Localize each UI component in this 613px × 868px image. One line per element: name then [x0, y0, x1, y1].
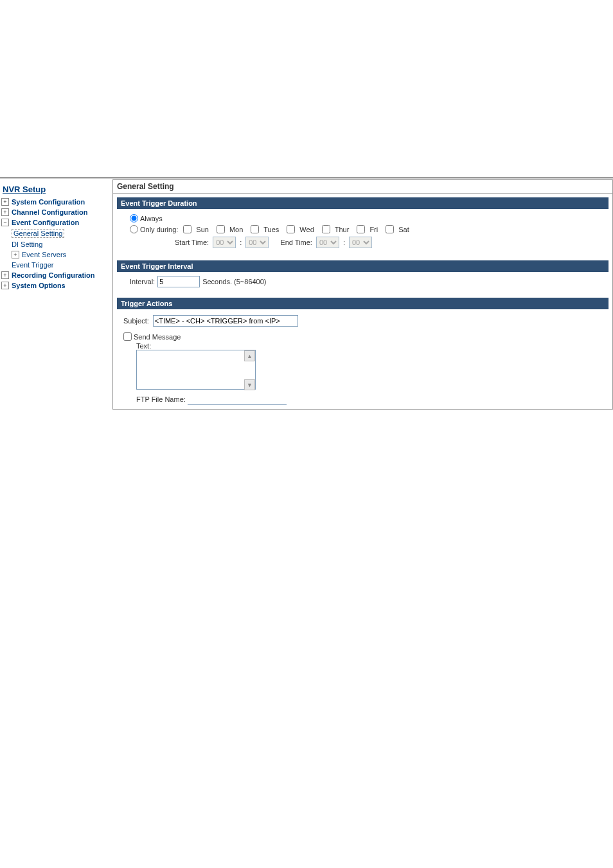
- day-thur-checkbox[interactable]: [322, 225, 330, 233]
- time-row: Start Time: 00 : 00 End Time: 00 : 00: [130, 235, 605, 250]
- day-wed-label: Wed: [299, 226, 314, 233]
- sidebar: NVR Setup + System Configuration + Chann…: [0, 179, 107, 291]
- sidebar-item-event-configuration[interactable]: − Event Configuration: [1, 217, 107, 228]
- send-message-checkbox[interactable]: [123, 332, 132, 341]
- end-min-select[interactable]: 00: [349, 237, 372, 248]
- only-during-radio[interactable]: [130, 225, 138, 233]
- sidebar-item-label: System Configuration: [12, 198, 85, 206]
- subject-label: Subject:: [123, 317, 149, 325]
- day-wed-checkbox[interactable]: [287, 225, 295, 233]
- only-during-label: Only during:: [140, 226, 178, 233]
- panel-title: General Setting: [113, 180, 612, 194]
- sidebar-item-channel-configuration[interactable]: + Channel Configuration: [1, 207, 107, 217]
- start-min-select[interactable]: 00: [245, 237, 269, 248]
- day-sun-checkbox[interactable]: [183, 225, 191, 233]
- sidebar-item-label: Channel Configuration: [12, 208, 88, 216]
- colon-label: :: [240, 239, 242, 246]
- text-label: Text:: [136, 342, 605, 350]
- interval-unit-label: Seconds. (5~86400): [202, 278, 266, 285]
- day-mon-label: Mon: [229, 226, 243, 233]
- day-mon-checkbox[interactable]: [217, 225, 225, 233]
- end-time-label: End Time:: [280, 239, 312, 246]
- expand-icon[interactable]: +: [1, 282, 9, 289]
- start-time-label: Start Time:: [175, 239, 209, 246]
- event-trigger-interval-section: Event Trigger Interval Interval: Seconds…: [117, 260, 609, 291]
- day-sat-label: Sat: [398, 226, 409, 233]
- expand-icon[interactable]: +: [1, 198, 9, 206]
- interval-label: Interval:: [130, 278, 155, 285]
- sidebar-item-system-options[interactable]: + System Options: [1, 280, 107, 291]
- end-hour-select[interactable]: 00: [316, 237, 339, 248]
- section-header: Event Trigger Duration: [117, 197, 609, 209]
- always-label: Always: [140, 215, 163, 222]
- expand-icon[interactable]: +: [1, 208, 9, 216]
- sidebar-item-label: Recording Configuration: [12, 271, 95, 279]
- sidebar-item-label: General Setting: [12, 229, 64, 238]
- day-tues-label: Tues: [263, 226, 279, 233]
- event-trigger-duration-section: Event Trigger Duration Always Only durin…: [117, 197, 609, 254]
- general-setting-panel: General Setting Event Trigger Duration A…: [112, 179, 613, 410]
- day-fri-checkbox[interactable]: [357, 225, 365, 233]
- send-message-label: Send Message: [134, 333, 181, 341]
- scroll-up-icon[interactable]: ▲: [244, 350, 255, 361]
- sidebar-item-event-trigger[interactable]: Event Trigger: [12, 260, 107, 270]
- only-during-row: Only during: Sun Mon Tues Wed Thur Fri S…: [130, 224, 605, 235]
- interval-input[interactable]: [157, 276, 200, 287]
- expand-icon[interactable]: +: [12, 251, 19, 258]
- start-hour-select[interactable]: 00: [213, 237, 236, 248]
- sidebar-item-general-setting[interactable]: General Setting: [12, 228, 107, 239]
- sidebar-item-label: Event Configuration: [12, 219, 79, 226]
- ftp-filename-input[interactable]: [188, 393, 287, 405]
- sidebar-item-di-setting[interactable]: DI Setting: [12, 239, 107, 249]
- sidebar-item-label: Event Trigger: [12, 261, 53, 269]
- sidebar-item-label: System Options: [12, 282, 66, 289]
- message-text-textarea[interactable]: [136, 350, 256, 390]
- subject-input[interactable]: [153, 315, 298, 327]
- section-header: Trigger Actions: [117, 298, 609, 309]
- collapse-icon[interactable]: −: [1, 219, 9, 226]
- expand-icon[interactable]: +: [1, 271, 9, 279]
- day-sat-checkbox[interactable]: [386, 225, 394, 233]
- day-thur-label: Thur: [335, 226, 350, 233]
- always-radio[interactable]: [130, 214, 138, 222]
- day-sun-label: Sun: [196, 226, 209, 233]
- sidebar-item-system-configuration[interactable]: + System Configuration: [1, 197, 107, 207]
- section-header: Event Trigger Interval: [117, 260, 609, 272]
- sidebar-item-event-servers[interactable]: + Event Servers: [12, 249, 107, 260]
- scroll-down-icon[interactable]: ▼: [244, 379, 255, 390]
- ftp-filename-label: FTP File Name:: [136, 395, 186, 403]
- sidebar-title[interactable]: NVR Setup: [1, 182, 107, 197]
- day-fri-label: Fri: [369, 226, 378, 233]
- day-tues-checkbox[interactable]: [251, 225, 259, 233]
- always-row: Always: [130, 213, 605, 224]
- sidebar-item-label: Event Servers: [22, 251, 66, 258]
- sidebar-item-recording-configuration[interactable]: + Recording Configuration: [1, 270, 107, 280]
- sidebar-item-label: DI Setting: [12, 240, 42, 248]
- colon-label: :: [343, 239, 345, 246]
- trigger-actions-section: Trigger Actions Subject: Send Message Te…: [117, 298, 609, 409]
